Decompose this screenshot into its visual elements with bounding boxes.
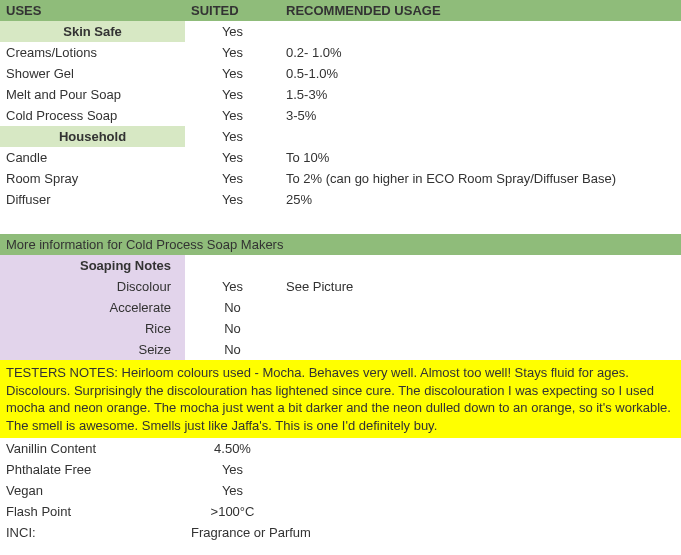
use-rec: 25% (280, 189, 681, 210)
section-label-household: Household (0, 126, 185, 147)
soaping-label: Accelerate (0, 297, 185, 318)
cold-process-header-row: More information for Cold Process Soap M… (0, 234, 681, 255)
soaping-row-seize: Seize No (0, 339, 681, 360)
prop-row-vegan: Vegan Yes (0, 480, 681, 501)
use-row-creams: Creams/Lotions Yes 0.2- 1.0% (0, 42, 681, 63)
soaping-val: No (185, 339, 280, 360)
prop-row-flash: Flash Point >100°C (0, 501, 681, 522)
prop-val: 4.50% (185, 438, 280, 459)
soaping-note: See Picture (280, 276, 681, 297)
use-name: Candle (0, 147, 185, 168)
table-header-row: USES SUITED RECOMMENDED USAGE (0, 0, 681, 21)
use-rec: 0.2- 1.0% (280, 42, 681, 63)
soaping-val: No (185, 297, 280, 318)
section-row-skin-safe: Skin Safe Yes (0, 21, 681, 42)
use-name: Shower Gel (0, 63, 185, 84)
header-recommended: RECOMMENDED USAGE (280, 0, 681, 21)
use-suited: Yes (185, 168, 280, 189)
section-row-household: Household Yes (0, 126, 681, 147)
soaping-val: Yes (185, 276, 280, 297)
use-rec: 3-5% (280, 105, 681, 126)
soaping-label: Rice (0, 318, 185, 339)
use-rec: 1.5-3% (280, 84, 681, 105)
use-suited: Yes (185, 63, 280, 84)
prop-label: Flash Point (0, 501, 185, 522)
prop-row-vanillin: Vanillin Content 4.50% (0, 438, 681, 459)
use-name: Room Spray (0, 168, 185, 189)
use-name: Melt and Pour Soap (0, 84, 185, 105)
use-rec: 0.5-1.0% (280, 63, 681, 84)
spacer (0, 210, 681, 234)
tester-notes: TESTERS NOTES: Heirloom colours used - M… (0, 360, 681, 438)
header-suited: SUITED (185, 0, 280, 21)
soaping-notes-label: Soaping Notes (0, 255, 185, 276)
prop-val: Fragrance or Parfum (185, 522, 681, 543)
soaping-row-rice: Rice No (0, 318, 681, 339)
prop-val: >100°C (185, 501, 280, 522)
use-rec: To 10% (280, 147, 681, 168)
soaping-row-accelerate: Accelerate No (0, 297, 681, 318)
soaping-label: Seize (0, 339, 185, 360)
household-suited: Yes (185, 126, 280, 147)
soaping-row-discolour: Discolour Yes See Picture (0, 276, 681, 297)
prop-label: Phthalate Free (0, 459, 185, 480)
use-row-diffuser: Diffuser Yes 25% (0, 189, 681, 210)
use-suited: Yes (185, 84, 280, 105)
use-name: Cold Process Soap (0, 105, 185, 126)
use-name: Creams/Lotions (0, 42, 185, 63)
soaping-label: Discolour (0, 276, 185, 297)
use-row-coldproc: Cold Process Soap Yes 3-5% (0, 105, 681, 126)
prop-row-inci: INCI: Fragrance or Parfum (0, 522, 681, 543)
use-suited: Yes (185, 105, 280, 126)
use-row-roomspray: Room Spray Yes To 2% (can go higher in E… (0, 168, 681, 189)
usage-table: USES SUITED RECOMMENDED USAGE Skin Safe … (0, 0, 681, 543)
tester-notes-row: TESTERS NOTES: Heirloom colours used - M… (0, 360, 681, 438)
section-label-skin-safe: Skin Safe (0, 21, 185, 42)
use-suited: Yes (185, 42, 280, 63)
prop-label: Vegan (0, 480, 185, 501)
cold-process-header: More information for Cold Process Soap M… (0, 234, 681, 255)
prop-val: Yes (185, 459, 280, 480)
use-suited: Yes (185, 189, 280, 210)
use-suited: Yes (185, 147, 280, 168)
use-rec: To 2% (can go higher in ECO Room Spray/D… (280, 168, 681, 189)
skin-safe-suited: Yes (185, 21, 280, 42)
prop-val: Yes (185, 480, 280, 501)
soaping-val: No (185, 318, 280, 339)
use-row-shower: Shower Gel Yes 0.5-1.0% (0, 63, 681, 84)
soaping-notes-header-row: Soaping Notes (0, 255, 681, 276)
prop-label: INCI: (0, 522, 185, 543)
prop-row-phthalate: Phthalate Free Yes (0, 459, 681, 480)
use-row-meltpour: Melt and Pour Soap Yes 1.5-3% (0, 84, 681, 105)
use-row-candle: Candle Yes To 10% (0, 147, 681, 168)
header-uses: USES (0, 0, 185, 21)
use-name: Diffuser (0, 189, 185, 210)
prop-label: Vanillin Content (0, 438, 185, 459)
